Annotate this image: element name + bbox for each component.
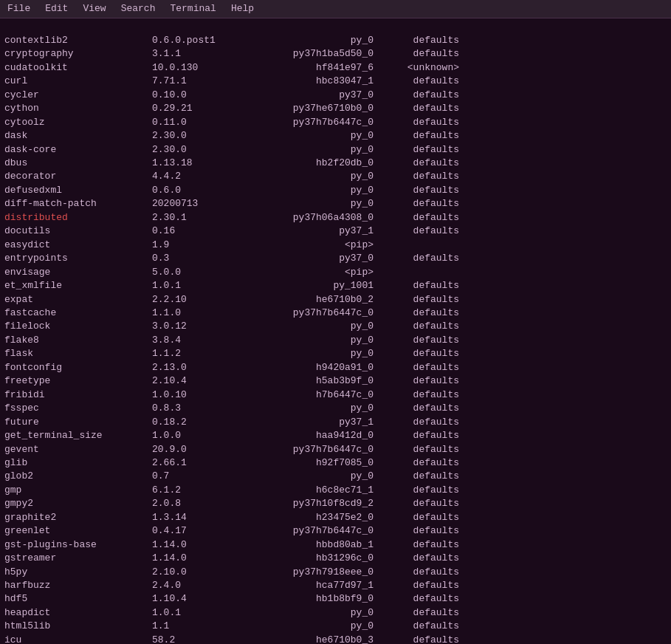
- table-row: decorator4.4.2py_0defaults: [4, 170, 667, 183]
- package-name: gstreamer: [4, 552, 152, 565]
- package-channel: defaults: [374, 334, 462, 347]
- package-name: expat: [4, 293, 152, 306]
- package-channel: defaults: [374, 320, 462, 333]
- table-row: curl7.71.1hbc83047_1defaults: [4, 75, 667, 88]
- table-row: gstreamer1.14.0hb31296c_0defaults: [4, 552, 667, 565]
- package-build: py_0: [241, 620, 374, 633]
- table-row: fsspec0.8.3py_0defaults: [4, 402, 667, 415]
- package-build: py_1001: [241, 279, 374, 292]
- package-channel: defaults: [374, 566, 462, 579]
- package-channel: defaults: [374, 34, 462, 47]
- package-channel: defaults: [374, 197, 462, 210]
- package-build: he6710b0_2: [241, 293, 374, 306]
- package-name: dask: [4, 129, 152, 143]
- table-row: expat2.2.10he6710b0_2defaults: [4, 293, 667, 306]
- package-version: 0.6.0.post1: [152, 34, 241, 47]
- package-build: hb31296c_0: [241, 552, 374, 565]
- package-channel: defaults: [374, 388, 462, 402]
- package-build: py_0: [241, 143, 374, 157]
- table-row: diff-match-patch20200713py_0defaults: [4, 197, 667, 210]
- package-channel: defaults: [374, 293, 462, 306]
- table-row: glob20.7py_0defaults: [4, 470, 667, 483]
- package-build: py_0: [241, 34, 374, 47]
- package-name: harfbuzz: [4, 579, 152, 592]
- table-row: cycler0.10.0py37_0defaults: [4, 89, 667, 102]
- package-version: 2.10.4: [152, 374, 241, 388]
- package-channel: defaults: [374, 416, 462, 429]
- package-name: icu: [4, 634, 152, 644]
- package-name: defusedxml: [4, 184, 152, 197]
- table-row: glib2.66.1h92f7085_0defaults: [4, 456, 667, 470]
- package-build: py_0: [241, 129, 374, 143]
- package-build: py_0: [241, 197, 374, 210]
- package-channel: [374, 266, 462, 279]
- menu-item-view[interactable]: View: [78, 1, 110, 16]
- package-name: glob2: [4, 470, 152, 483]
- package-build: haa9412d_0: [241, 429, 374, 442]
- menu-item-file[interactable]: File: [3, 1, 35, 16]
- package-version: 1.14.0: [152, 538, 241, 552]
- package-version: 1.9: [152, 239, 241, 252]
- package-channel: [374, 239, 462, 252]
- package-version: 0.18.2: [152, 416, 241, 429]
- package-name: easydict: [4, 239, 152, 252]
- package-name: glib: [4, 456, 152, 470]
- package-name: fsspec: [4, 402, 152, 415]
- package-name: h5py: [4, 566, 152, 579]
- package-channel: defaults: [374, 524, 462, 538]
- package-build: hb1b8bf9_0: [241, 592, 374, 606]
- menu-item-search[interactable]: Search: [117, 1, 160, 16]
- table-row: gst-plugins-base1.14.0hbbd80ab_1defaults: [4, 538, 667, 552]
- package-channel: defaults: [374, 143, 462, 157]
- menu-item-terminal[interactable]: Terminal: [165, 1, 220, 16]
- package-name: docutils: [4, 225, 152, 238]
- package-name: future: [4, 416, 152, 429]
- package-build: hbbd80ab_1: [241, 538, 374, 552]
- package-build: py_0: [241, 320, 374, 333]
- package-name: flask: [4, 347, 152, 360]
- package-name: cudatoolkit: [4, 61, 152, 75]
- package-channel: <unknown>: [374, 61, 462, 75]
- table-row: fribidi1.0.10h7b6447c_0defaults: [4, 388, 667, 402]
- package-channel: defaults: [374, 402, 462, 415]
- package-name: decorator: [4, 170, 152, 183]
- package-build: h5ab3b9f_0: [241, 374, 374, 388]
- package-channel: defaults: [374, 606, 462, 620]
- package-channel: defaults: [374, 47, 462, 61]
- package-version: 0.16: [152, 225, 241, 238]
- package-channel: defaults: [374, 579, 462, 592]
- package-channel: defaults: [374, 443, 462, 456]
- package-name: cython: [4, 102, 152, 115]
- table-row: flask1.1.2py_0defaults: [4, 347, 667, 360]
- package-channel: defaults: [374, 634, 462, 644]
- package-version: 0.6.0: [152, 184, 241, 197]
- package-name: fastcache: [4, 306, 152, 320]
- table-row: entrypoints0.3py37_0defaults: [4, 252, 667, 265]
- package-name: fribidi: [4, 388, 152, 402]
- menu-item-help[interactable]: Help: [227, 1, 258, 16]
- table-row: freetype2.10.4h5ab3b9f_0defaults: [4, 374, 667, 388]
- package-version: 2.13.0: [152, 361, 241, 374]
- table-row: greenlet0.4.17py37h7b6447c_0defaults: [4, 524, 667, 538]
- package-channel: defaults: [374, 184, 462, 197]
- package-build: h9420a91_0: [241, 361, 374, 374]
- package-channel: defaults: [374, 620, 462, 633]
- package-channel: defaults: [374, 484, 462, 497]
- table-row: contextlib20.6.0.post1py_0defaults: [4, 34, 667, 47]
- package-version: 2.30.0: [152, 129, 241, 143]
- package-version: 1.10.4: [152, 592, 241, 606]
- package-version: 0.10.0: [152, 89, 241, 102]
- table-row: get_terminal_size1.0.0haa9412d_0defaults: [4, 429, 667, 442]
- package-version: 7.71.1: [152, 75, 241, 88]
- package-version: 1.0.1: [152, 279, 241, 292]
- package-version: 5.0.0: [152, 266, 241, 279]
- table-row: graphite21.3.14h23475e2_0defaults: [4, 511, 667, 524]
- package-channel: defaults: [374, 374, 462, 388]
- package-build: hf841e97_6: [241, 61, 374, 75]
- table-row: icu58.2he6710b0_3defaults: [4, 634, 667, 644]
- package-build: py37h10f8cd9_2: [241, 497, 374, 510]
- package-name: entrypoints: [4, 252, 152, 265]
- package-name: fontconfig: [4, 361, 152, 374]
- menu-item-edit[interactable]: Edit: [41, 1, 72, 16]
- package-name: flake8: [4, 334, 152, 347]
